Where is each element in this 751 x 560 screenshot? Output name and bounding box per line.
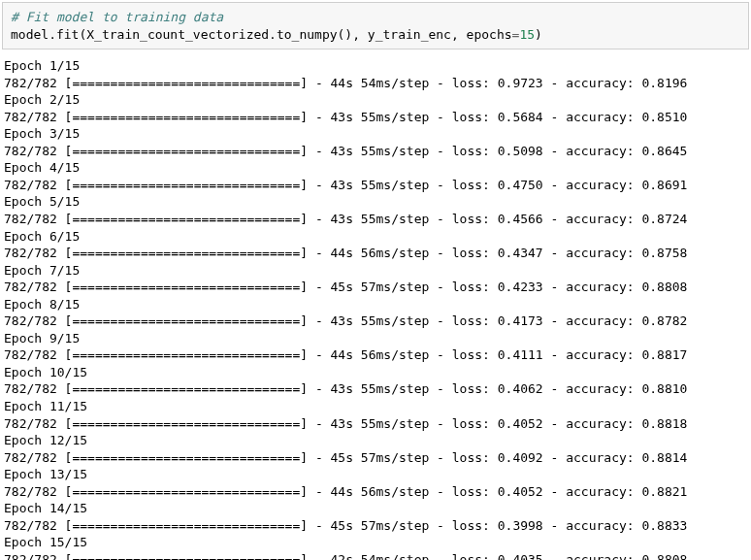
code-call: model.fit(X_train_count_vectorized.to_nu… [11, 27, 512, 42]
code-cell: # Fit model to training data model.fit(X… [2, 2, 749, 49]
code-epochs: 15 [519, 27, 535, 42]
code-comment: # Fit model to training data [11, 10, 223, 24]
code-call-end: ) [535, 27, 542, 42]
output-area: Epoch 1/15 782/782 [====================… [2, 57, 749, 560]
